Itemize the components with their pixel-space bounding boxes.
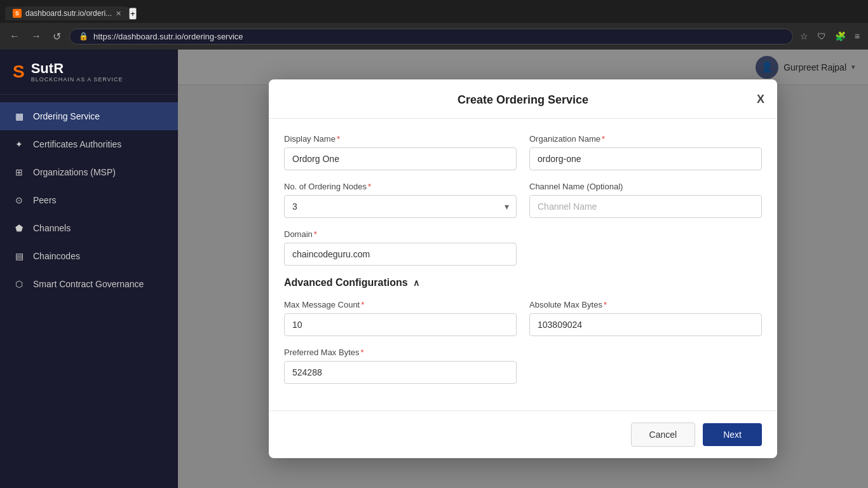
tab-title: dashboard.sutr.io/orderi... (25, 9, 112, 18)
modal-overlay: Create Ordering Service X Display Name* (178, 50, 868, 488)
nav-icon-ordering-service: ▦ (13, 110, 25, 123)
domain-label: Domain* (284, 229, 517, 239)
form-row-3: Domain* (284, 229, 762, 266)
org-name-group: Organization Name* (529, 134, 762, 170)
nav-icon-chaincodes: ▤ (13, 250, 25, 262)
sidebar-item-chaincodes[interactable]: ▤ Chaincodes (0, 242, 178, 270)
modal-title: Create Ordering Service (458, 93, 588, 107)
refresh-button[interactable]: ↺ (50, 29, 64, 44)
absolute-max-bytes-group: Absolute Max Bytes* (529, 300, 762, 336)
menu-button[interactable]: ≡ (853, 29, 862, 43)
preferred-max-bytes-group: Preferred Max Bytes* (284, 348, 517, 384)
modal-body: Display Name* Organization Name* (269, 119, 777, 410)
tab-favicon: S (13, 9, 22, 18)
nav-icon-peers: ⊙ (13, 194, 25, 207)
advanced-configurations-header: Advanced Configurations ∧ (284, 277, 762, 288)
advanced-row-2: Preferred Max Bytes* (284, 348, 762, 384)
display-name-input[interactable] (284, 147, 517, 170)
active-tab[interactable]: S dashboard.sutr.io/orderi... ✕ (5, 6, 129, 20)
preferred-max-bytes-input[interactable] (284, 361, 517, 384)
sidebar-item-label-peers: Peers (33, 195, 57, 205)
sidebar-item-label-smart-contract: Smart Contract Governance (33, 279, 144, 289)
logo-title: SutR (31, 61, 123, 76)
nav-icon-certificates: ✦ (13, 138, 25, 151)
modal: Create Ordering Service X Display Name* (269, 79, 777, 458)
sidebar-item-label-chaincodes: Chaincodes (33, 251, 80, 261)
logo-letter: S (13, 63, 25, 81)
sidebar-item-peers[interactable]: ⊙ Peers (0, 186, 178, 214)
advanced-toggle-icon[interactable]: ∧ (413, 278, 419, 288)
main-content: 👤 Gurpreet Rajpal ▾ Create Ordering Serv… (178, 50, 868, 488)
lock-icon: 🔒 (79, 32, 88, 41)
back-button[interactable]: ← (6, 29, 23, 43)
sidebar-item-label-ordering-service: Ordering Service (33, 111, 100, 121)
ordering-nodes-select[interactable]: 1 2 3 4 5 (284, 195, 517, 218)
max-message-count-group: Max Message Count* (284, 300, 517, 336)
form-row-2: No. of Ordering Nodes* 1 2 3 4 5 (284, 182, 762, 218)
modal-close-button[interactable]: X (757, 92, 764, 105)
org-name-label: Organization Name* (529, 134, 762, 144)
ordering-nodes-select-wrapper: 1 2 3 4 5 (284, 195, 517, 218)
sidebar-nav: ▦ Ordering Service ✦ Certificates Author… (0, 95, 178, 488)
nav-icon-organizations: ⊞ (13, 166, 25, 179)
sidebar-item-channels[interactable]: ⬟ Channels (0, 214, 178, 242)
max-message-count-label: Max Message Count* (284, 300, 517, 309)
max-message-count-input[interactable] (284, 313, 517, 336)
display-name-group: Display Name* (284, 134, 517, 170)
org-name-input[interactable] (529, 147, 762, 170)
advanced-configurations-title: Advanced Configurations (284, 277, 408, 288)
channel-name-input[interactable] (529, 195, 762, 218)
modal-header: Create Ordering Service X (269, 79, 777, 119)
cancel-button[interactable]: Cancel (631, 423, 696, 447)
modal-footer: Cancel Next (269, 410, 777, 458)
nav-icon-channels: ⬟ (13, 222, 25, 234)
display-name-label: Display Name* (284, 134, 517, 144)
bookmark-button[interactable]: ☆ (798, 29, 810, 43)
form-row-1: Display Name* Organization Name* (284, 134, 762, 170)
absolute-max-bytes-input[interactable] (529, 313, 762, 336)
url-text: https://dashboard.sutr.io/ordering-servi… (93, 32, 783, 41)
preferred-max-bytes-label: Preferred Max Bytes* (284, 348, 517, 357)
extensions-button[interactable]: 🧩 (833, 29, 848, 43)
address-bar[interactable]: 🔒 https://dashboard.sutr.io/ordering-ser… (69, 29, 793, 44)
advanced-configurations-section: Advanced Configurations ∧ Max Message Co… (284, 277, 762, 384)
domain-input[interactable] (284, 243, 517, 266)
sidebar-item-smart-contract[interactable]: ⬡ Smart Contract Governance (0, 270, 178, 298)
sidebar-item-organizations[interactable]: ⊞ Organizations (MSP) (0, 158, 178, 186)
sidebar-item-label-channels: Channels (33, 223, 71, 233)
sidebar-item-certificates[interactable]: ✦ Certificates Authorities (0, 130, 178, 158)
sidebar-item-ordering-service[interactable]: ▦ Ordering Service (0, 102, 178, 130)
new-tab-button[interactable]: + (129, 8, 137, 20)
sidebar-item-label-certificates: Certificates Authorities (33, 139, 121, 149)
advanced-row-1: Max Message Count* Absolute Max Bytes* (284, 300, 762, 336)
tab-close-button[interactable]: ✕ (116, 10, 121, 18)
domain-group: Domain* (284, 229, 517, 266)
channel-name-label: Channel Name (Optional) (529, 182, 762, 191)
channel-name-group: Channel Name (Optional) (529, 182, 762, 218)
ordering-nodes-label: No. of Ordering Nodes* (284, 182, 517, 191)
ordering-nodes-group: No. of Ordering Nodes* 1 2 3 4 5 (284, 182, 517, 218)
forward-button[interactable]: → (28, 29, 44, 43)
absolute-max-bytes-label: Absolute Max Bytes* (529, 300, 762, 309)
logo-subtitle: BLOCKCHAIN AS A SERVICE (31, 76, 123, 83)
next-button[interactable]: Next (703, 423, 762, 446)
sidebar-item-label-organizations: Organizations (MSP) (33, 167, 116, 177)
sidebar: S SutR BLOCKCHAIN AS A SERVICE ▦ Orderin… (0, 50, 178, 488)
nav-icon-smart-contract: ⬡ (13, 278, 25, 290)
sidebar-logo: S SutR BLOCKCHAIN AS A SERVICE (0, 50, 178, 95)
shield-button[interactable]: 🛡 (815, 29, 828, 43)
